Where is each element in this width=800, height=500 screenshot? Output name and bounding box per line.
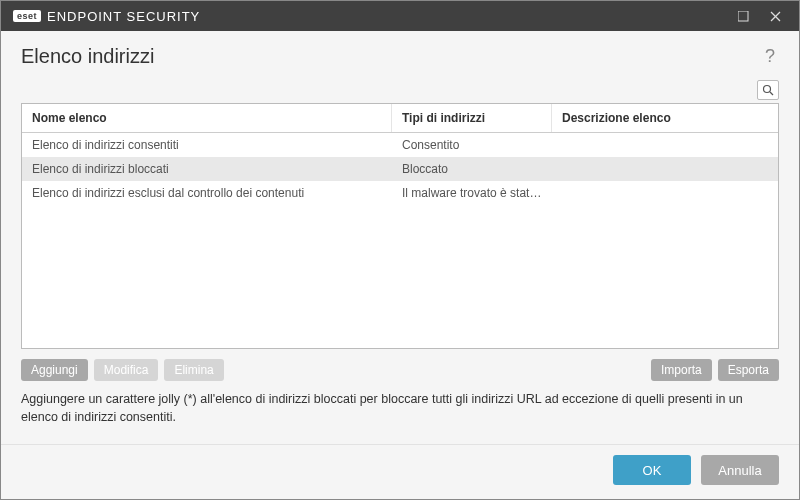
search-row [21, 80, 779, 100]
column-header-name[interactable]: Nome elenco [22, 104, 392, 132]
ok-button[interactable]: OK [613, 455, 691, 485]
table-header: Nome elenco Tipi di indirizzi Descrizion… [22, 104, 778, 133]
cancel-button[interactable]: Annulla [701, 455, 779, 485]
brand-text: ENDPOINT SECURITY [47, 9, 200, 24]
page-title: Elenco indirizzi [21, 45, 761, 68]
export-button[interactable]: Esporta [718, 359, 779, 381]
column-header-types[interactable]: Tipi di indirizzi [392, 104, 552, 132]
cell-desc [552, 157, 778, 181]
cell-name: Elenco di indirizzi bloccati [22, 157, 392, 181]
import-button[interactable]: Importa [651, 359, 712, 381]
table-body: Elenco di indirizzi consentitiConsentito… [22, 133, 778, 348]
action-row: Aggiungi Modifica Elimina Importa Esport… [21, 349, 779, 389]
search-icon [762, 84, 774, 96]
search-button[interactable] [757, 80, 779, 100]
minimize-icon [738, 11, 749, 22]
column-header-desc[interactable]: Descrizione elenco [552, 104, 778, 132]
cell-desc [552, 133, 778, 157]
app-window: eset ENDPOINT SECURITY Elenco indirizzi … [0, 0, 800, 500]
dialog-header: Elenco indirizzi ? [1, 31, 799, 80]
cell-name: Elenco di indirizzi consentiti [22, 133, 392, 157]
table-row[interactable]: Elenco di indirizzi bloccatiBloccato [22, 157, 778, 181]
edit-button[interactable]: Modifica [94, 359, 159, 381]
delete-button[interactable]: Elimina [164, 359, 223, 381]
cell-name: Elenco di indirizzi esclusi dal controll… [22, 181, 392, 205]
hint-text: Aggiungere un carattere jolly (*) all'el… [21, 389, 779, 434]
svg-rect-0 [738, 11, 748, 21]
titlebar: eset ENDPOINT SECURITY [1, 1, 799, 31]
minimize-button[interactable] [727, 1, 759, 31]
svg-point-3 [764, 86, 771, 93]
close-button[interactable] [759, 1, 791, 31]
address-list-table: Nome elenco Tipi di indirizzi Descrizion… [21, 103, 779, 349]
table-row[interactable]: Elenco di indirizzi esclusi dal controll… [22, 181, 778, 205]
cell-desc [552, 181, 778, 205]
cell-types: Il malware trovato è stato ... [392, 181, 552, 205]
help-button[interactable]: ? [761, 46, 779, 67]
close-icon [770, 11, 781, 22]
cell-types: Bloccato [392, 157, 552, 181]
brand-badge: eset [13, 10, 41, 22]
svg-line-4 [770, 92, 773, 95]
add-button[interactable]: Aggiungi [21, 359, 88, 381]
cell-types: Consentito [392, 133, 552, 157]
dialog-content: Nome elenco Tipi di indirizzi Descrizion… [1, 80, 799, 444]
dialog-footer: OK Annulla [1, 444, 799, 499]
table-row[interactable]: Elenco di indirizzi consentitiConsentito [22, 133, 778, 157]
